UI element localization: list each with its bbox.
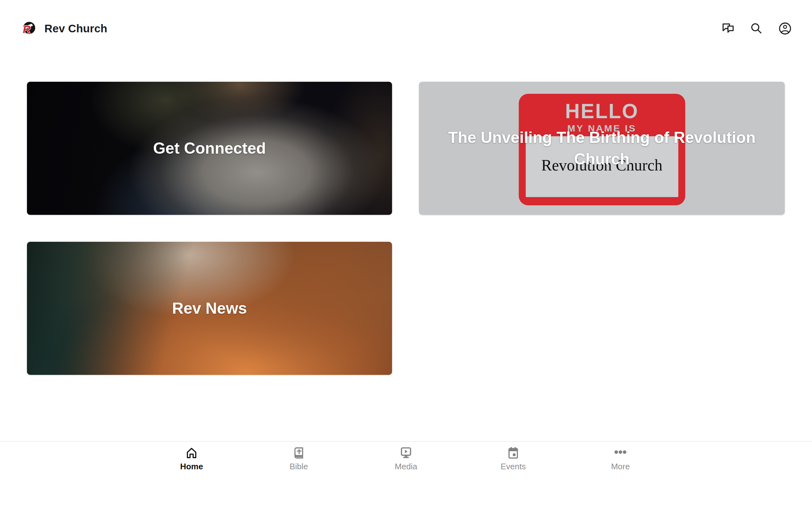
svg-text:R: R	[23, 23, 31, 35]
tab-label: Media	[395, 462, 417, 471]
android-system-nav	[0, 479, 812, 507]
tab-label: More	[611, 462, 629, 471]
header-actions	[721, 21, 792, 36]
tab-label: Home	[180, 462, 203, 471]
page-title: Rev Church	[44, 22, 107, 35]
card-title: Rev News	[27, 242, 392, 375]
card-rev-news[interactable]: Rev News	[27, 242, 392, 375]
home-icon	[185, 446, 199, 460]
bible-icon	[292, 446, 306, 460]
bottom-navigation: Home Bible Media Events	[0, 441, 812, 479]
tab-bible[interactable]: Bible	[245, 442, 352, 479]
card-get-connected[interactable]: Get Connected	[27, 82, 392, 215]
card-unveiling-sermon[interactable]: HELLO MY NAME IS Revolution Church The U…	[419, 82, 785, 215]
home-card-grid: Get Connected HELLO MY NAME IS Revolutio…	[27, 82, 785, 375]
more-icon	[613, 446, 627, 460]
tab-label: Events	[501, 462, 526, 471]
events-icon	[506, 446, 520, 460]
rev-church-logo-icon: R	[21, 21, 36, 36]
chat-bubbles-icon[interactable]	[721, 21, 735, 36]
tab-label: Bible	[290, 462, 308, 471]
tab-home[interactable]: Home	[138, 442, 245, 479]
media-icon	[399, 446, 413, 460]
tab-more[interactable]: More	[567, 442, 674, 479]
card-title: The Unveiling The Birthing of Revolution…	[419, 82, 785, 215]
search-icon[interactable]	[749, 21, 764, 36]
tab-events[interactable]: Events	[460, 442, 567, 479]
tab-media[interactable]: Media	[352, 442, 460, 479]
app-header: R Rev Church	[0, 0, 812, 57]
card-title: Get Connected	[27, 82, 392, 215]
account-icon[interactable]	[778, 21, 792, 36]
